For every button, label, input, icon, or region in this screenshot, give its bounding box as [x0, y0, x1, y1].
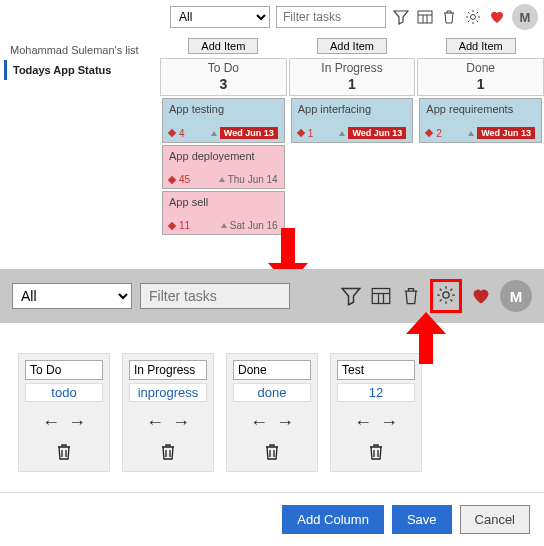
card-count: 4: [179, 128, 185, 139]
column-title-input[interactable]: [337, 360, 415, 380]
card-priority: 2: [426, 128, 442, 139]
card-footer: 1Wed Jun 13: [298, 127, 407, 139]
diamond-icon: [168, 221, 176, 229]
card-priority: 4: [169, 128, 185, 139]
delete-column-button[interactable]: [129, 443, 207, 465]
card-footer: 4Wed Jun 13: [169, 127, 278, 139]
bell-icon: [211, 131, 217, 136]
cards: App interfacing1Wed Jun 13: [289, 96, 416, 147]
move-right-button[interactable]: →: [172, 412, 190, 433]
card[interactable]: App requirements2Wed Jun 13: [419, 98, 542, 143]
move-left-button[interactable]: ←: [250, 412, 268, 433]
board-icon[interactable]: [370, 285, 392, 307]
heart-icon[interactable]: [488, 8, 506, 26]
diamond-icon: [425, 129, 433, 137]
bell-icon: [219, 177, 225, 182]
date-badge: Wed Jun 13: [477, 127, 535, 139]
card-title: App sell: [169, 196, 278, 208]
filter-input[interactable]: [276, 6, 386, 28]
card-date-wrap: Thu Jun 14: [219, 174, 278, 185]
reorder-controls: ←→: [337, 412, 415, 433]
column-slug[interactable]: 12: [337, 383, 415, 402]
top-toolbar: All M: [0, 0, 544, 34]
funnel-icon[interactable]: [392, 8, 410, 26]
gear-icon[interactable]: [435, 284, 457, 306]
card-title: App interfacing: [298, 103, 407, 115]
diamond-icon: [296, 129, 304, 137]
svg-rect-0: [418, 11, 432, 23]
avatar[interactable]: M: [512, 4, 538, 30]
card-count: 11: [179, 220, 190, 231]
settings-toolbar: All M: [0, 269, 544, 323]
column-title-input[interactable]: [25, 360, 103, 380]
avatar[interactable]: M: [500, 280, 532, 312]
filter-select[interactable]: All: [12, 283, 132, 309]
bell-icon: [339, 131, 345, 136]
svg-rect-5: [281, 228, 295, 263]
card-date-wrap: Wed Jun 13: [468, 127, 535, 139]
board-column: Add ItemTo Do3App testing4Wed Jun 13App …: [160, 34, 287, 239]
column-header: Done1: [417, 58, 544, 96]
move-right-button[interactable]: →: [68, 412, 86, 433]
funnel-icon[interactable]: [340, 285, 362, 307]
board-icon[interactable]: [416, 8, 434, 26]
delete-column-button[interactable]: [25, 443, 103, 465]
bell-icon: [468, 131, 474, 136]
config-column: todo←→: [18, 353, 110, 472]
column-title: Done: [418, 61, 543, 75]
sidebar-item-list[interactable]: Mohammad Suleman's list: [4, 40, 156, 60]
add-item-button[interactable]: Add Item: [317, 38, 387, 54]
column-config: todo←→inprogress←→done←→12←→: [0, 323, 544, 482]
sidebar-item-status[interactable]: Todays App Status: [4, 60, 156, 80]
card[interactable]: App testing4Wed Jun 13: [162, 98, 285, 143]
reorder-controls: ←→: [129, 412, 207, 433]
card[interactable]: App interfacing1Wed Jun 13: [291, 98, 414, 143]
add-item-button[interactable]: Add Item: [446, 38, 516, 54]
card-priority: 45: [169, 174, 190, 185]
move-left-button[interactable]: ←: [146, 412, 164, 433]
card-footer: 11Sat Jun 16: [169, 220, 278, 231]
filter-input[interactable]: [140, 283, 290, 309]
column-title-input[interactable]: [233, 360, 311, 380]
move-left-button[interactable]: ←: [42, 412, 60, 433]
card-footer: 2Wed Jun 13: [426, 127, 535, 139]
column-slug[interactable]: done: [233, 383, 311, 402]
move-left-button[interactable]: ←: [354, 412, 372, 433]
svg-rect-13: [419, 334, 433, 364]
add-column-button[interactable]: Add Column: [282, 505, 384, 534]
card-title: App requirements: [426, 103, 535, 115]
filter-select[interactable]: All: [170, 6, 270, 28]
heart-icon[interactable]: [470, 285, 492, 307]
column-slug[interactable]: inprogress: [129, 383, 207, 402]
column-title: In Progress: [290, 61, 415, 75]
sidebar: Mohammad Suleman's list Todays App Statu…: [0, 34, 160, 239]
column-header: To Do3: [160, 58, 287, 96]
date-badge: Wed Jun 13: [220, 127, 278, 139]
cards: App testing4Wed Jun 13App deployement45T…: [160, 96, 287, 239]
column-title-input[interactable]: [129, 360, 207, 380]
card-date: Thu Jun 14: [228, 174, 278, 185]
arrow-up-annotation: [406, 312, 446, 364]
column-header: In Progress1: [289, 58, 416, 96]
column-count: 1: [290, 75, 415, 93]
card[interactable]: App sell11Sat Jun 16: [162, 191, 285, 235]
diamond-icon: [168, 129, 176, 137]
delete-column-button[interactable]: [233, 443, 311, 465]
gear-icon[interactable]: [464, 8, 482, 26]
column-count: 3: [161, 75, 286, 93]
move-right-button[interactable]: →: [380, 412, 398, 433]
add-item-button[interactable]: Add Item: [188, 38, 258, 54]
card-count: 2: [436, 128, 442, 139]
column-count: 1: [418, 75, 543, 93]
cancel-button[interactable]: Cancel: [460, 505, 530, 534]
svg-point-4: [471, 15, 476, 20]
svg-point-11: [443, 292, 449, 298]
column-slug[interactable]: todo: [25, 383, 103, 402]
trash-icon[interactable]: [440, 8, 458, 26]
move-right-button[interactable]: →: [276, 412, 294, 433]
trash-icon[interactable]: [400, 285, 422, 307]
svg-marker-12: [406, 312, 446, 334]
delete-column-button[interactable]: [337, 443, 415, 465]
card[interactable]: App deployement45Thu Jun 14: [162, 145, 285, 189]
save-button[interactable]: Save: [392, 505, 452, 534]
